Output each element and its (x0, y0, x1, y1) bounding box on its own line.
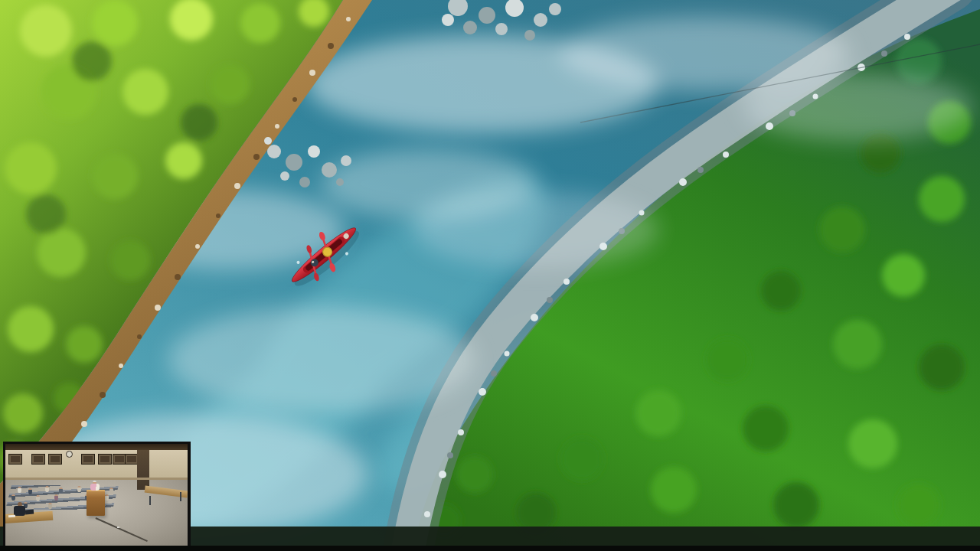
audience-member (109, 487, 113, 494)
audience-member (36, 495, 40, 501)
table-leg (149, 496, 151, 505)
audience-member (77, 486, 81, 492)
door (137, 450, 149, 490)
audience-member (18, 487, 21, 493)
screen: Search 1 (0, 0, 980, 551)
picture-frame (31, 454, 45, 465)
wainscot-rail (5, 478, 188, 480)
speaker-body (90, 484, 100, 491)
picture-frame (98, 454, 112, 465)
letterbox-bar (0, 546, 980, 551)
floor-cable-tape (117, 527, 119, 528)
audience-member (54, 494, 58, 500)
podium (87, 490, 105, 516)
audience-member (59, 487, 63, 494)
picture-frame (8, 454, 22, 465)
laptop (25, 510, 34, 515)
audience-member (28, 488, 32, 494)
papers (8, 515, 15, 518)
pip-video-frame (5, 444, 188, 546)
wall-clock (66, 451, 73, 458)
audience-member (105, 494, 109, 500)
pip-video-overlay[interactable] (3, 442, 191, 546)
audience-member (48, 503, 52, 509)
meeting-room-ceiling-band (5, 444, 188, 450)
audience-member (45, 486, 49, 492)
picture-frame (48, 454, 62, 465)
picture-frame (81, 454, 95, 465)
audience-member (11, 494, 15, 500)
table-leg (180, 492, 181, 501)
staff-member-body (14, 506, 25, 516)
